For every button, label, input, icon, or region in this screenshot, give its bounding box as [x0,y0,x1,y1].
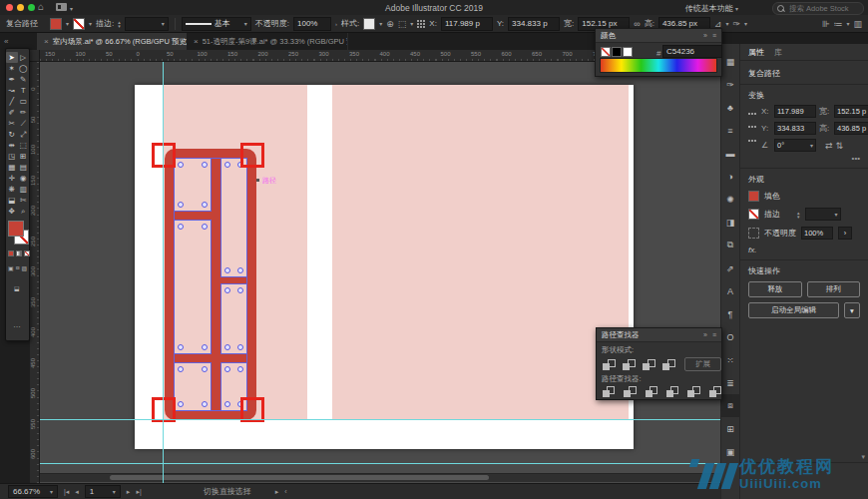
height-field[interactable]: 436.85 p [834,122,868,135]
slice-tool[interactable]: ✄ [18,195,30,206]
opacity-field[interactable]: 100% [293,17,331,31]
knife-tool[interactable]: ⟋ [18,118,30,129]
brushes-icon[interactable]: ✑ [721,73,739,96]
chevron-down-icon[interactable]: ▾ [846,20,849,27]
anchor-point[interactable] [237,287,243,293]
paragraph-icon[interactable]: ¶ [721,302,739,325]
corner-marker-square[interactable] [240,143,264,168]
swatches-icon[interactable]: ▦ [721,50,739,73]
outline-icon[interactable] [687,386,699,397]
lasso-tool[interactable]: ◯ [18,63,30,74]
artboard-tool[interactable]: ⬓ [6,195,18,206]
y-field[interactable]: 334.833 [774,122,816,135]
stroke-color-swatch[interactable] [73,18,85,30]
free-transform-tool[interactable]: ⬚ [18,140,30,151]
unite-icon[interactable] [603,359,616,370]
anchor-point[interactable] [224,267,230,273]
anchor-point[interactable] [178,401,184,407]
scrollbar-thumb[interactable] [110,475,489,480]
anchor-point[interactable] [237,344,243,350]
collapse-icon[interactable]: « [4,37,8,46]
anchor-point[interactable] [202,344,208,350]
chevron-right-icon[interactable]: › [335,21,337,27]
chevron-down-icon[interactable]: ▾ [89,20,92,27]
canvas[interactable]: 路径 [40,62,720,483]
add-anchor-point-tool[interactable]: ✎ [18,74,30,85]
close-tab-icon[interactable]: × [194,37,199,46]
anchor-point[interactable] [202,401,208,407]
flip-vertical-icon[interactable]: ⇅ [836,141,844,151]
stroke-swatch[interactable] [748,209,759,220]
status-collapse-icon[interactable]: ‹ [284,488,286,495]
chevron-right-icon[interactable]: › [838,227,852,240]
pencil-tool[interactable]: ✏ [18,107,30,118]
stroke-weight-field[interactable]: ▾ [125,17,169,31]
chevron-down-icon[interactable]: ▾ [379,20,382,27]
search-input[interactable] [787,3,855,14]
rotate-tool[interactable]: ↻ [6,129,18,140]
anchor-point[interactable] [224,366,230,372]
fill-proxy-swatch[interactable] [8,221,24,237]
anchor-point[interactable] [237,366,243,372]
divide-icon[interactable] [603,386,615,397]
preferences-icon[interactable]: ⬚ [398,19,407,29]
none-swatch[interactable] [601,47,611,57]
screen-mode-icon[interactable]: ⬓ [14,284,20,291]
style-swatch[interactable] [363,18,375,30]
horizontal-guide[interactable] [40,463,720,464]
anchor-point[interactable] [202,224,208,230]
anchor-point[interactable] [224,344,230,350]
y-field[interactable]: 334.833 p [508,17,560,31]
appearance-icon[interactable]: ✺ [721,188,739,211]
anchor-point[interactable] [178,224,184,230]
arrange-button[interactable]: 排列 [807,281,861,297]
anchor-point[interactable] [178,344,184,350]
collapse-panel-icon[interactable]: » [703,32,707,39]
intersect-icon[interactable] [643,359,655,370]
anchor-point[interactable] [224,287,230,293]
stroke-weight-stepper[interactable]: ▴▾ [118,20,121,28]
reference-point-icon[interactable] [748,113,756,152]
stroke-icon[interactable]: ≡ [721,119,739,142]
grid-icon[interactable]: ▥ [853,19,862,29]
gradient-button[interactable] [16,250,22,256]
navigator-icon[interactable]: ⊞ [721,417,739,440]
shear-icon[interactable]: ⊿ [714,19,722,29]
magic-wand-tool[interactable]: ✶ [6,63,18,74]
frame-pane[interactable] [174,158,212,212]
close-tab-icon[interactable]: × [44,37,49,46]
global-edit-options-icon[interactable]: ▾ [844,302,860,318]
corner-marker-square[interactable] [152,143,176,168]
minus-back-icon[interactable] [709,386,721,397]
anchor-point[interactable] [178,366,184,372]
status-expand-icon[interactable]: ▸ [275,488,279,496]
isolate-icon[interactable]: ✑ [732,19,740,29]
horizontal-guide[interactable] [40,419,720,420]
distribute-icon[interactable]: ≔ [833,19,842,29]
stroke-weight-stepper[interactable]: ▴▾ [797,211,800,219]
pen-tool[interactable]: ✒ [6,74,18,85]
frame-pane[interactable] [220,283,247,354]
transparency-icon[interactable]: ◑ [721,165,739,188]
crop-icon[interactable] [666,386,678,397]
brush-definition-dropdown[interactable]: 基本▾ [182,17,251,31]
character-icon[interactable]: A [721,279,739,302]
merge-icon[interactable] [646,386,657,397]
gradient-icon[interactable]: ▬ [721,142,739,165]
none-button[interactable] [24,250,30,256]
chevron-down-icon[interactable]: ▾ [66,20,69,27]
minus-front-icon[interactable] [623,359,636,370]
graphic-styles-icon[interactable]: ◨ [721,211,739,234]
collapse-panel-icon[interactable]: » [703,331,707,338]
column-graph-tool[interactable]: ▥ [18,184,30,195]
frame-pane[interactable] [174,362,212,411]
exclude-icon[interactable] [662,359,675,370]
eyedropper-tool[interactable]: ✛ [6,173,18,184]
x-field[interactable]: 117.989 [774,105,816,118]
artboard-navigation-field[interactable]: 1▾ [85,485,121,498]
panel-menu-icon[interactable]: ≡ [712,32,716,39]
color-spectrum-bar[interactable] [600,58,717,73]
curvature-tool[interactable]: ↝ [6,85,18,96]
blend-tool[interactable]: ◉ [18,173,30,184]
hand-tool[interactable]: ✥ [6,206,18,217]
